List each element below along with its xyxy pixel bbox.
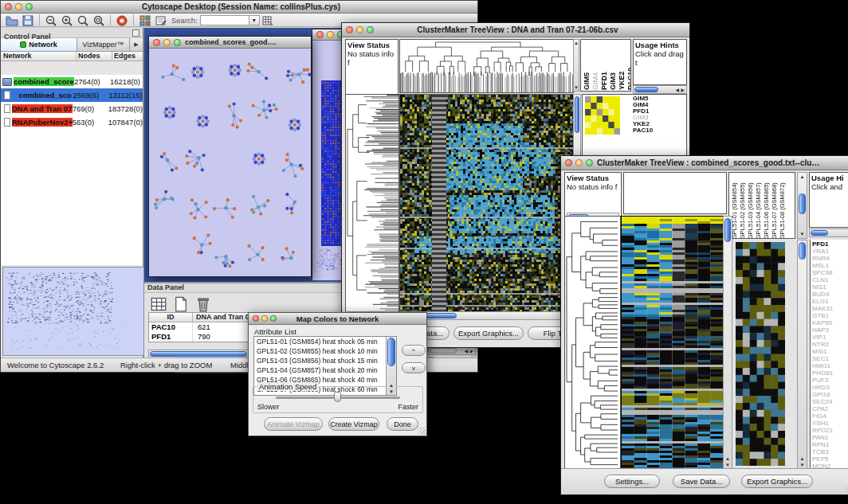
tv2-column-label[interactable]: GPL51-06 (GSM865) <box>763 174 770 239</box>
tv1-heatmap[interactable] <box>399 94 574 312</box>
treeview2-titlebar[interactable]: ClusterMaker TreeView : combined_scores_… <box>561 156 848 170</box>
attribute-list-item[interactable]: GPL51-01 (GSM854) heat shock 05 min <box>257 337 396 346</box>
tv2-gene[interactable]: KAP95 <box>812 319 848 326</box>
search-dropdown-icon[interactable]: ▼ <box>249 15 260 25</box>
tv2-gene[interactable]: ELG1 <box>812 298 848 305</box>
tv2-cluster-zoom-heatmap[interactable] <box>736 242 785 466</box>
create-vizmap-button[interactable]: Create Vizmap <box>328 417 379 431</box>
delete-attribute-icon[interactable] <box>195 296 211 311</box>
network-list-row[interactable]: combined_sco 2569(6) 13112(15) <box>1 88 143 102</box>
animate-vizmap-button[interactable]: Animate Vizmap <box>264 417 323 431</box>
tv2-gene[interactable]: NIS1 <box>812 283 848 291</box>
tv2-column-label[interactable]: GPL51-07 (GSM868) <box>771 174 778 239</box>
tv2-gene[interactable]: RPN1 <box>812 441 848 448</box>
tv2-gene[interactable]: SEC1 <box>812 355 848 362</box>
done-button[interactable]: Done <box>387 417 418 431</box>
dialog-titlebar[interactable]: Map Colors to Network <box>249 313 426 325</box>
network-list-row[interactable]: combined_scores 2764(0) 16218(0) <box>1 75 143 88</box>
tab-vizmapper[interactable]: VizMapper™ <box>77 38 130 51</box>
vizmapper-icon[interactable] <box>139 14 151 26</box>
zoom-out-icon[interactable] <box>45 14 57 26</box>
tv2-hints-hscrollbar[interactable] <box>809 229 848 237</box>
tv2-gene[interactable]: HMG1 <box>812 362 848 369</box>
tv2-export-graphics-button[interactable]: Export Graphics... <box>741 475 813 488</box>
zoom-selected-icon[interactable] <box>77 14 89 26</box>
birdseye-view[interactable] <box>2 267 144 356</box>
cytoscape-titlebar[interactable]: Cytoscape Desktop (Session Name: collins… <box>1 1 477 14</box>
tv2-gene[interactable]: TCB3 <box>812 448 848 455</box>
tv2-heatmap[interactable] <box>621 216 724 471</box>
col-header-nodes[interactable]: Nodes <box>77 52 112 61</box>
tv2-column-dendrogram[interactable] <box>623 172 727 214</box>
help-lifering-icon[interactable] <box>116 14 128 26</box>
network-canvas[interactable] <box>149 49 311 276</box>
tv2-gene[interactable]: NTR2 <box>812 341 848 348</box>
treeview1-titlebar[interactable]: ClusterMaker TreeView : DNA and Tran 07-… <box>342 23 689 37</box>
tv2-gene[interactable]: CPA2 <box>812 405 848 412</box>
tv1-column-dendrogram[interactable] <box>399 39 574 93</box>
tv1-export-graphics-button[interactable]: Export Graphics... <box>453 326 524 340</box>
tv2-labels-vscrollbar[interactable]: ▲▼ <box>797 172 807 239</box>
tv2-gene[interactable]: MSI1 <box>812 348 848 355</box>
search-input[interactable] <box>200 15 249 25</box>
tv2-gene[interactable]: MAK31 <box>812 305 848 312</box>
tv1-column-label[interactable]: PFD1 <box>600 41 608 90</box>
tv2-gene[interactable]: YSH1 <box>812 420 848 427</box>
tv2-gene[interactable]: HRD3 <box>812 384 848 391</box>
tv2-gene[interactable]: SEC24 <box>812 398 848 405</box>
tv2-gene[interactable]: PAN1 <box>812 434 848 441</box>
annotation-icon[interactable] <box>155 14 167 26</box>
tv1-column-label[interactable]: GIM4 <box>591 41 599 90</box>
window-controls[interactable] <box>1 3 37 10</box>
tv2-gene[interactable]: CLN1 <box>812 276 848 283</box>
tv2-gene[interactable]: PHO81 <box>812 369 848 377</box>
tv1-hints-hscrollbar[interactable]: ◀▶ <box>633 85 687 94</box>
tv2-gene[interactable]: RPO21 <box>812 427 848 434</box>
network-view-titlebar[interactable]: combined_scores_good.txt--cluste... <box>149 37 311 49</box>
tv2-column-label[interactable]: GPL51-08 (GSM872) <box>779 174 786 239</box>
tv1-summary-heatmap[interactable] <box>585 96 620 135</box>
tv2-gene[interactable]: MSL1 <box>812 262 848 269</box>
new-attribute-icon[interactable] <box>173 296 189 311</box>
tv2-gene[interactable]: SPC98 <box>812 269 848 276</box>
tv1-column-label[interactable]: GIM3 <box>609 41 617 90</box>
network-list-row[interactable]: RNAPuberNov2+ 563(0) 107847(0) <box>1 115 143 129</box>
move-down-button[interactable]: v <box>402 362 426 373</box>
save-icon[interactable] <box>22 14 34 26</box>
zoom-fit-icon[interactable] <box>92 14 105 26</box>
tab-overflow-button[interactable]: ▶ <box>130 38 143 51</box>
tv2-row-dendrogram[interactable] <box>564 216 621 471</box>
import-table-icon[interactable] <box>261 14 274 26</box>
tv2-column-label[interactable]: GPL51-02 (GSM855) <box>739 174 746 239</box>
float-panel-icon[interactable] <box>132 29 139 37</box>
tv2-settings-button[interactable]: Settings... <box>604 475 660 488</box>
tv2-gene[interactable]: RNR4 <box>812 255 848 262</box>
attribute-table-icon[interactable] <box>151 296 167 311</box>
tv2-gene[interactable]: FIG4 <box>812 412 848 420</box>
tv2-save-data-button[interactable]: Save Data... <box>673 475 730 488</box>
tv2-gene[interactable]: PUF3 <box>812 377 848 384</box>
tv2-gene[interactable]: HAP3 <box>812 326 848 334</box>
tv2-column-label[interactable]: GPL51-03 (GSM856) <box>747 174 754 239</box>
tv1-dendro-vscrollbar[interactable]: ▲▼ <box>573 39 579 92</box>
tv2-heatmap-vscrollbar[interactable]: ▲▼ <box>723 216 732 469</box>
network-list-row[interactable]: DNA and Tran 07 769(0) 183728(0) <box>1 102 143 115</box>
attribute-list-item[interactable]: GPL51-02 (GSM855) heat shock 10 min <box>257 346 396 356</box>
tv1-row-dendrogram[interactable] <box>345 94 399 312</box>
tv2-column-label[interactable]: GPL51-04 (GSM857) <box>755 174 762 239</box>
attribute-list-vscrollbar[interactable]: ▲▼ <box>386 337 396 395</box>
tv1-column-label[interactable]: YKE2 <box>618 41 626 90</box>
col-header-network[interactable]: Network <box>1 52 77 61</box>
tv1-column-label[interactable]: PAC10 <box>626 41 631 90</box>
tv1-summary-gene[interactable]: PAC10 <box>633 127 653 134</box>
id-header[interactable]: ID <box>149 313 193 322</box>
zoom-in-icon[interactable] <box>61 14 73 26</box>
tv2-gene[interactable]: BUD4 <box>812 291 848 298</box>
tv2-gene[interactable]: PFD1 <box>812 240 848 248</box>
tv2-gene[interactable]: PEP5 <box>812 455 848 463</box>
tv2-gene[interactable]: GTB1 <box>812 312 848 319</box>
move-up-button[interactable]: ^ <box>402 345 426 356</box>
tv2-gene[interactable]: GPI16 <box>812 391 848 398</box>
attribute-list-item[interactable]: GPL51-03 (GSM856) heat shock 15 min <box>257 356 396 365</box>
tv2-gene[interactable]: VIP1 <box>812 334 848 341</box>
